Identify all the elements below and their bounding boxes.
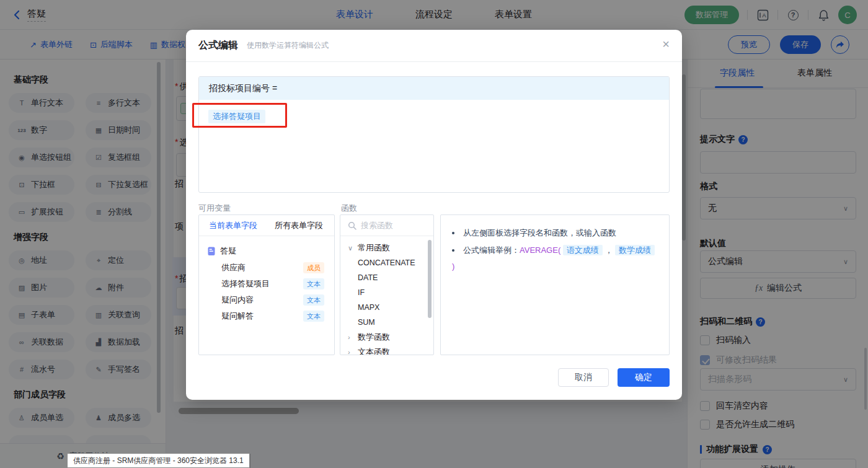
type-tag-member: 成员: [303, 262, 324, 273]
function-item-sum[interactable]: SUM: [348, 315, 433, 330]
status-tooltip: 供应商注册 - SRM供应商管理 - 360安全浏览器 13.1: [67, 453, 250, 468]
functions-label: 函数: [341, 203, 357, 214]
search-icon: [348, 221, 356, 230]
modal-title: 公式编辑: [198, 39, 238, 52]
variable-row-select-project[interactable]: 选择答疑项目 文本: [208, 276, 326, 292]
tree-root-form[interactable]: 答疑: [208, 242, 326, 260]
function-item-concatenate[interactable]: CONCATENATE: [348, 255, 433, 270]
example-field-chip: 数学成绩: [615, 245, 655, 255]
example-field-chip: 语文成绩: [563, 245, 603, 255]
functions-scrollbar[interactable]: [428, 240, 432, 318]
function-item-mapx[interactable]: MAPX: [348, 300, 433, 315]
variable-row-question-answer[interactable]: 疑问解答 文本: [208, 308, 326, 324]
variable-row-supplier[interactable]: 供应商 成员: [208, 260, 326, 276]
form-doc-icon: [208, 247, 216, 256]
variables-panel: 当前表单字段 所有表单字段 答疑 供应商 成员 选择答疑项目 文本 疑问内容: [198, 214, 335, 355]
modal-subtitle: 使用数学运算符编辑公式: [247, 40, 329, 51]
function-group-math[interactable]: › 数学函数: [348, 330, 433, 345]
formula-edit-modal: 公式编辑 使用数学运算符编辑公式 × 招投标项目编号 = 选择答疑项目 可用变量…: [186, 30, 682, 400]
cancel-button[interactable]: 取消: [558, 368, 609, 387]
chevron-open-icon: ∨: [348, 244, 354, 252]
chevron-closed-icon: ›: [348, 348, 354, 355]
close-icon[interactable]: ×: [662, 38, 670, 50]
formula-field-chip[interactable]: 选择答疑项目: [208, 110, 265, 123]
function-search-input[interactable]: [361, 221, 423, 230]
tab-current-form-fields[interactable]: 当前表单字段: [209, 220, 257, 231]
function-group-common[interactable]: ∨ 常用函数: [348, 241, 433, 255]
confirm-button[interactable]: 确定: [618, 368, 670, 387]
variables-label: 可用变量: [198, 203, 231, 214]
chevron-closed-icon: ›: [348, 333, 354, 341]
variable-row-question-content[interactable]: 疑问内容 文本: [208, 292, 326, 308]
tip-line-2: 公式编辑举例：AVERAGE( 语文成绩 ， 数学成绩 ): [452, 242, 658, 275]
type-tag-text: 文本: [303, 311, 324, 322]
type-tag-text: 文本: [303, 294, 324, 306]
function-item-if[interactable]: IF: [348, 285, 433, 300]
tips-panel: 从左侧面板选择字段名和函数，或输入函数 公式编辑举例：AVERAGE( 语文成绩…: [440, 214, 670, 355]
type-tag-text: 文本: [303, 278, 324, 289]
formula-target: 招投标项目编号 =: [199, 77, 669, 100]
tip-line-1: 从左侧面板选择字段名和函数，或输入函数: [452, 225, 658, 241]
function-group-text[interactable]: › 文本函数: [348, 345, 433, 355]
tab-all-form-fields[interactable]: 所有表单字段: [275, 220, 323, 231]
formula-editor-box[interactable]: 招投标项目编号 = 选择答疑项目: [198, 76, 670, 193]
app-window: 答疑 表单设计 流程设定 表单设置 数据管理 A ? C ↗: [0, 0, 868, 468]
function-item-date[interactable]: DATE: [348, 270, 433, 285]
functions-panel: ∨ 常用函数 CONCATENATE DATE IF MAPX SUM › 数学…: [340, 214, 434, 355]
